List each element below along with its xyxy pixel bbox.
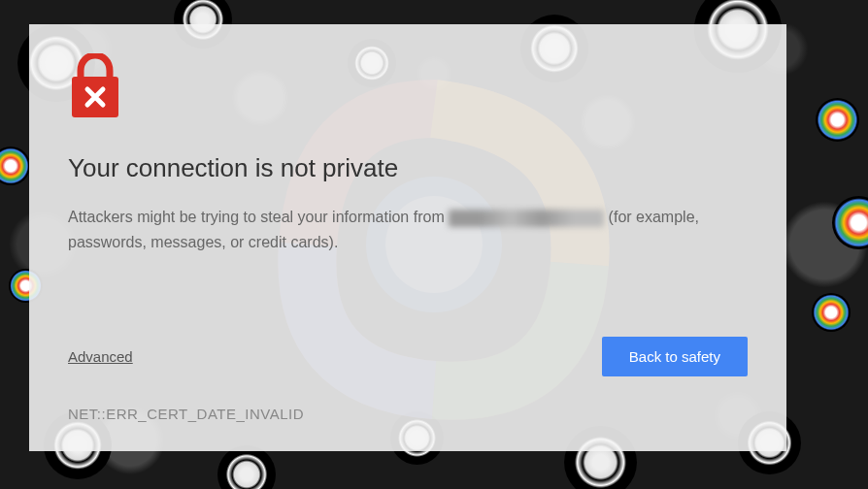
ssl-warning-card: Your connection is not private Attackers…: [29, 24, 786, 451]
error-code: NET::ERR_CERT_DATE_INVALID: [68, 406, 748, 422]
description-prefix: Attackers might be trying to steal your …: [68, 209, 449, 225]
lock-error-icon: [66, 53, 124, 119]
warning-title: Your connection is not private: [68, 153, 748, 183]
warning-description: Attackers might be trying to steal your …: [68, 205, 748, 254]
advanced-link[interactable]: Advanced: [68, 348, 133, 365]
back-to-safety-button[interactable]: Back to safety: [602, 337, 748, 376]
action-row: Advanced Back to safety: [68, 337, 748, 376]
redacted-hostname: [449, 210, 604, 227]
